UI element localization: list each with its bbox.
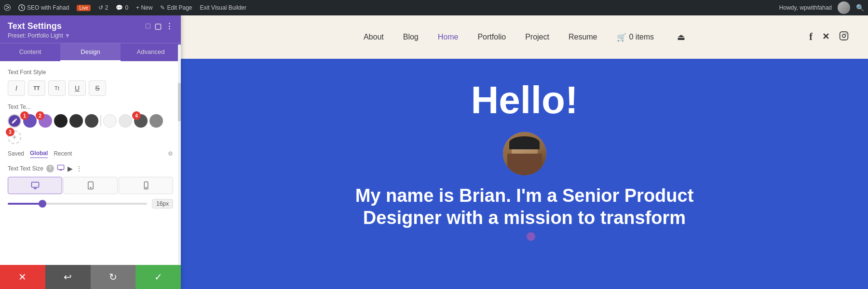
slider-row: 16px: [8, 199, 173, 209]
nav-cart[interactable]: 🛒 0 items: [617, 33, 654, 42]
more-options-icon[interactable]: ⋮: [165, 22, 173, 31]
color-tab-global[interactable]: Global: [30, 149, 48, 158]
cart-count: 0 items: [629, 33, 654, 41]
size-help-icon[interactable]: ?: [46, 165, 54, 172]
badge-4: 4: [132, 111, 141, 120]
panel-actions: ✕ ↩ ↻ ✓: [0, 265, 181, 289]
facebook-icon[interactable]: f: [809, 31, 813, 43]
admin-bar-right: Howdy, wpwithfahad 🔍: [779, 1, 864, 14]
size-label-row: Text Text Size ? ▶ ⋮: [8, 164, 173, 173]
badge-1: 1: [20, 111, 29, 120]
device-mobile-button[interactable]: [119, 177, 173, 194]
site-nav: About Blog Home Portfolio Project Resume…: [364, 32, 685, 42]
expand-icon[interactable]: ▢: [154, 22, 162, 31]
color-swatch-black1[interactable]: [54, 114, 68, 128]
slider-thumb[interactable]: [39, 200, 46, 208]
nav-about[interactable]: About: [364, 33, 384, 41]
redo-button[interactable]: ↻: [91, 265, 136, 289]
panel-tabs: Content Design Advanced: [0, 43, 181, 61]
site-area: About Blog Home Portfolio Project Resume…: [181, 15, 868, 289]
color-tabs: Saved Global Recent ⚙: [8, 149, 173, 158]
swatch-4-container: 4: [134, 114, 148, 128]
panel-title: Text Settings □ ▢ ⋮: [8, 21, 173, 31]
size-device-icon[interactable]: [57, 164, 65, 173]
user-avatar[interactable]: [838, 1, 850, 14]
nav-home[interactable]: Home: [438, 33, 459, 41]
svg-rect-11: [840, 32, 848, 40]
settings-panel: Text Settings □ ▢ ⋮ Preset: Portfolio Li…: [0, 15, 181, 289]
exit-visual-builder-button[interactable]: Exit Visual Builder: [200, 4, 247, 11]
svg-point-10: [146, 187, 147, 188]
size-section: Text Text Size ? ▶ ⋮: [8, 164, 173, 209]
color-swatch-white2[interactable]: [119, 114, 132, 128]
color-swatch-black2[interactable]: [69, 114, 83, 128]
site-header: About Blog Home Portfolio Project Resume…: [181, 15, 868, 59]
nav-resume[interactable]: Resume: [569, 33, 597, 41]
live-badge[interactable]: Live: [77, 5, 90, 11]
size-label-text: Text Text Size: [8, 165, 43, 172]
avatar-image: [503, 132, 546, 175]
size-slider[interactable]: [8, 203, 147, 205]
new-content-button[interactable]: + New: [136, 4, 152, 11]
color-settings-gear-icon[interactable]: ⚙: [168, 150, 173, 157]
font-style-label: Text Font Style: [8, 69, 173, 76]
color-swatch-gray[interactable]: [149, 114, 163, 128]
edit-page-link[interactable]: ✎ Edit Page: [160, 4, 192, 11]
color-swatch-black3[interactable]: [85, 114, 98, 128]
nav-search-icon[interactable]: ⏏: [677, 32, 685, 42]
underline-button[interactable]: U: [68, 80, 86, 96]
hero-title: Hello!: [471, 78, 578, 122]
color-swatch-white1[interactable]: [103, 114, 117, 128]
device-buttons: [8, 177, 173, 194]
admin-search-icon[interactable]: 🔍: [856, 4, 864, 12]
svg-point-8: [90, 187, 91, 188]
tab-advanced[interactable]: Advanced: [121, 43, 181, 61]
nav-blog[interactable]: Blog: [403, 33, 419, 41]
device-tablet-button[interactable]: [63, 177, 118, 194]
nav-social: f ✕: [809, 31, 849, 43]
size-more-options[interactable]: ⋮: [76, 165, 82, 172]
color-edit-button[interactable]: [8, 114, 21, 128]
badge-3: 3: [6, 128, 14, 136]
nav-portfolio[interactable]: Portfolio: [477, 33, 506, 41]
font-style-buttons: I TT Tt U S: [8, 80, 173, 96]
tab-design[interactable]: Design: [60, 43, 121, 61]
color-tab-recent[interactable]: Recent: [54, 149, 72, 158]
svg-point-13: [846, 33, 847, 34]
admin-bar: ⧁ SEO with Fahad Live ↺ 2 💬 0 + New ✎ Ed…: [0, 0, 868, 15]
text-transform-label: Text Te...: [8, 104, 173, 110]
panel-title-icons: □ ▢ ⋮: [146, 22, 173, 31]
hero-avatar: [503, 132, 546, 175]
save-button[interactable]: ✓: [136, 265, 181, 289]
capitalize-button[interactable]: Tt: [48, 80, 66, 96]
size-cursor-icon: ▶: [68, 165, 73, 172]
color-section: Text Te... 1 2: [8, 104, 173, 158]
color-tab-saved[interactable]: Saved: [8, 149, 24, 158]
hero-description: My name is Brian. I'm a Senior Product D…: [326, 185, 723, 229]
instagram-icon[interactable]: [839, 31, 849, 43]
panel-preset: Preset: Portfolio Light ▼: [8, 32, 173, 39]
twitter-x-icon[interactable]: ✕: [822, 31, 829, 43]
nav-project[interactable]: Project: [525, 33, 549, 41]
preset-dropdown-icon[interactable]: ▼: [65, 32, 70, 39]
italic-button[interactable]: I: [8, 80, 25, 96]
hero-section: Hello! My name is Brian. I'm a Senior Pr…: [181, 59, 868, 289]
add-swatch-container: 3 +: [8, 131, 21, 144]
device-desktop-button[interactable]: [8, 177, 62, 194]
minimize-icon[interactable]: □: [146, 22, 150, 31]
cancel-button[interactable]: ✕: [0, 265, 45, 289]
badge-2: 2: [36, 111, 44, 120]
comments-link[interactable]: 💬 0: [116, 4, 128, 11]
howdy-text: Howdy, wpwithfahad: [779, 4, 832, 11]
panel-header: Text Settings □ ▢ ⋮ Preset: Portfolio Li…: [0, 15, 181, 43]
wp-logo-icon[interactable]: ⧁: [4, 3, 11, 13]
site-name-link[interactable]: SEO with Fahad: [18, 4, 69, 11]
strikethrough-button[interactable]: S: [89, 80, 106, 96]
revisions-link[interactable]: ↺ 2: [98, 4, 108, 11]
undo-button[interactable]: ↩: [45, 265, 91, 289]
slider-value[interactable]: 16px: [152, 199, 173, 209]
cursor-indicator: [527, 232, 535, 241]
tab-content[interactable]: Content: [0, 43, 60, 61]
swatch-separator: [100, 115, 101, 127]
uppercase-button[interactable]: TT: [28, 80, 45, 96]
